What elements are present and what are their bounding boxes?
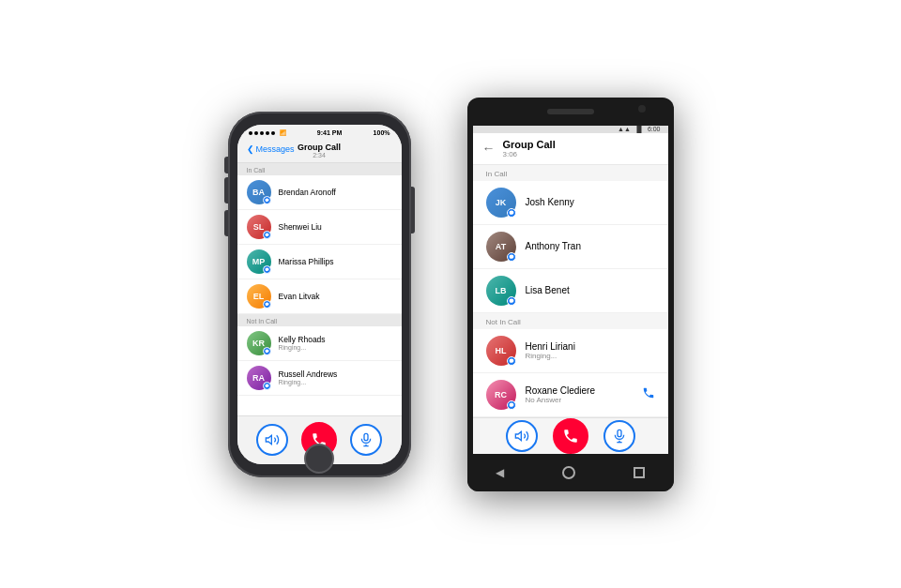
android-call-subtitle: 3:06 bbox=[503, 150, 556, 158]
iphone-power-btn bbox=[411, 187, 415, 234]
contact-name-brendan: Brendan Aronoff bbox=[279, 188, 336, 197]
messenger-badge bbox=[263, 347, 271, 355]
android-contact-name-anthony: Anthony Tran bbox=[526, 241, 581, 251]
contact-name-evan: Evan Litvak bbox=[279, 292, 320, 301]
android-avatar-lisa: LB bbox=[486, 276, 516, 306]
contact-name-kelly: Kelly Rhoads bbox=[279, 335, 326, 344]
iphone-status-bar: 📶 9:41 PM 100% bbox=[237, 125, 402, 142]
android-avatar-henri: HL bbox=[486, 336, 516, 366]
android-nav-bar: ◀ bbox=[467, 454, 674, 491]
messenger-badge bbox=[263, 300, 271, 309]
contact-name-shenwei: Shenwei Liu bbox=[279, 222, 322, 232]
android-in-call-label: In Call bbox=[473, 165, 668, 181]
contact-sub-russell: Ringing... bbox=[279, 379, 338, 385]
messenger-badge bbox=[263, 231, 271, 239]
contact-shenwei: SL Shenwei Liu bbox=[237, 210, 402, 245]
contact-russell: RA Russell Andrews Ringing... bbox=[237, 361, 402, 396]
iphone-vol-up-btn bbox=[224, 177, 228, 204]
messenger-badge bbox=[507, 296, 516, 306]
android-header: ← Group Call 3:06 bbox=[473, 133, 668, 165]
android-battery-icon: ▐▌ bbox=[634, 126, 644, 132]
battery-indicator: 100% bbox=[374, 129, 390, 136]
android-contact-info-roxane: Roxane Clediere No Answer bbox=[526, 385, 596, 404]
android-avatar-josh: JK bbox=[486, 188, 516, 218]
avatar-kelly: KR bbox=[247, 331, 271, 355]
avatar-russell: RA bbox=[247, 366, 271, 390]
iphone-contact-list: In Call BA Brendan Aronoff SL bbox=[237, 163, 402, 415]
contact-name-marissa: Marissa Phillips bbox=[279, 257, 334, 266]
signal-area: 📶 bbox=[249, 129, 286, 136]
iphone-device: 📶 9:41 PM 100% ❮ Messages Group Call 2:3… bbox=[228, 112, 411, 477]
speaker-button[interactable] bbox=[256, 424, 288, 456]
android-not-in-call-label: Not In Call bbox=[473, 313, 668, 329]
wifi-icon: 📶 bbox=[280, 129, 286, 136]
android-back-button[interactable]: ← bbox=[482, 141, 496, 156]
back-chevron-icon: ❮ bbox=[247, 144, 254, 154]
messenger-badge bbox=[263, 265, 271, 274]
android-microphone-button[interactable] bbox=[603, 420, 635, 452]
android-time: 6:00 bbox=[648, 126, 661, 132]
android-header-text: Group Call 3:06 bbox=[503, 139, 556, 158]
android-contact-name-roxane: Roxane Clediere bbox=[526, 385, 596, 396]
contact-info-kelly: Kelly Rhoads Ringing... bbox=[279, 335, 326, 351]
contact-info-russell: Russell Andrews Ringing... bbox=[279, 369, 338, 385]
contact-brendan: BA Brendan Aronoff bbox=[237, 175, 402, 210]
avatar-evan: EL bbox=[247, 284, 271, 309]
contact-marissa: MP Marissa Phillips bbox=[237, 245, 402, 279]
android-contact-name-henri: Henri Liriani bbox=[526, 341, 575, 352]
iphone-home-button[interactable] bbox=[304, 444, 334, 474]
iphone-screen: 📶 9:41 PM 100% ❮ Messages Group Call 2:3… bbox=[237, 125, 402, 464]
svg-rect-5 bbox=[618, 430, 621, 436]
iphone-not-in-call-label: Not In Call bbox=[237, 314, 402, 326]
android-recents-nav-icon[interactable] bbox=[634, 467, 645, 478]
android-home-nav-icon[interactable] bbox=[562, 466, 575, 479]
avatar-shenwei: SL bbox=[247, 215, 271, 239]
android-contact-roxane: RC Roxane Clediere No Answer bbox=[473, 373, 668, 417]
svg-rect-1 bbox=[364, 433, 368, 440]
android-speaker-button[interactable] bbox=[506, 420, 538, 452]
iphone-time: 9:41 PM bbox=[317, 129, 342, 136]
iphone-in-call-label: In Call bbox=[237, 163, 402, 175]
contact-sub-kelly: Ringing... bbox=[279, 344, 326, 351]
android-call-title: Group Call bbox=[503, 139, 556, 150]
messenger-badge bbox=[507, 252, 516, 262]
android-status-bar: ▲▲ ▐▌ 6:00 bbox=[473, 126, 668, 133]
android-contact-henri: HL Henri Liriani Ringing... bbox=[473, 329, 668, 373]
contact-evan: EL Evan Litvak bbox=[237, 279, 402, 314]
svg-marker-4 bbox=[515, 431, 521, 440]
android-contact-anthony: AT Anthony Tran bbox=[473, 225, 668, 269]
call-action-roxane[interactable] bbox=[642, 386, 655, 402]
android-device: ▲▲ ▐▌ 6:00 ← Group Call 3:06 In Call JK … bbox=[467, 98, 674, 491]
android-avatar-roxane: RC bbox=[486, 380, 516, 410]
android-back-nav-icon[interactable]: ◀ bbox=[496, 466, 504, 479]
iphone-vol-down-btn bbox=[224, 210, 228, 236]
microphone-button[interactable] bbox=[350, 424, 382, 456]
android-contact-name-josh: Josh Kenny bbox=[526, 197, 574, 207]
avatar-marissa: MP bbox=[247, 249, 271, 274]
android-contact-info-henri: Henri Liriani Ringing... bbox=[526, 341, 575, 360]
android-contact-sub-roxane: No Answer bbox=[526, 396, 596, 404]
messenger-badge bbox=[507, 400, 516, 410]
avatar-brendan: BA bbox=[247, 180, 271, 204]
contact-name-russell: Russell Andrews bbox=[279, 369, 338, 379]
iphone-mute-btn bbox=[224, 157, 228, 173]
contact-kelly: KR Kelly Rhoads Ringing... bbox=[237, 326, 402, 361]
messenger-badge bbox=[263, 382, 271, 390]
back-label: Messages bbox=[256, 144, 295, 154]
android-hangup-button[interactable] bbox=[553, 418, 588, 454]
android-contact-josh: JK Josh Kenny bbox=[473, 181, 668, 225]
android-avatar-anthony: AT bbox=[486, 232, 516, 262]
android-speaker bbox=[547, 109, 594, 114]
android-signal-icon: ▲▲ bbox=[618, 126, 631, 132]
android-camera bbox=[638, 105, 646, 113]
android-call-bar bbox=[473, 417, 668, 454]
messenger-badge bbox=[507, 356, 516, 366]
messenger-badge bbox=[263, 196, 271, 204]
android-screen: ▲▲ ▐▌ 6:00 ← Group Call 3:06 In Call JK … bbox=[473, 126, 668, 454]
android-contact-lisa: LB Lisa Benet bbox=[473, 269, 668, 313]
iphone-nav: ❮ Messages Group Call 2:34 bbox=[237, 142, 402, 163]
svg-marker-0 bbox=[266, 435, 271, 444]
android-contact-name-lisa: Lisa Benet bbox=[526, 285, 570, 295]
android-contact-sub-henri: Ringing... bbox=[526, 352, 575, 360]
messenger-badge bbox=[507, 208, 516, 218]
